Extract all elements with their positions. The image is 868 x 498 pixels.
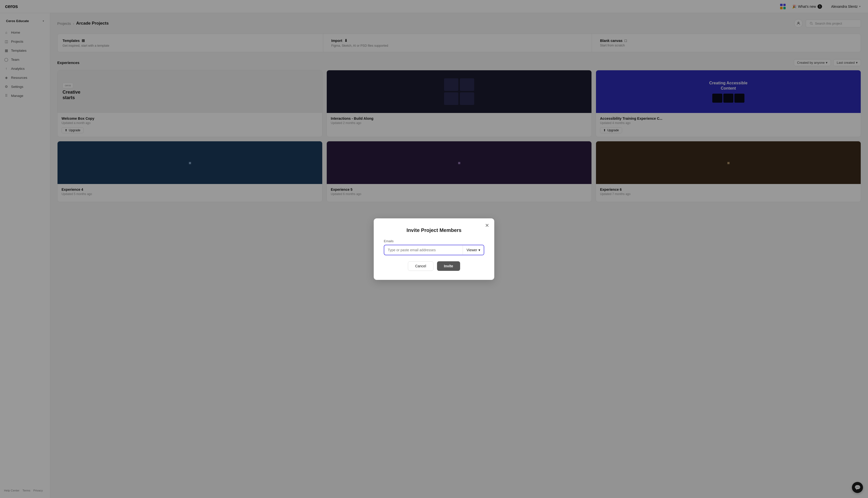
modal-actions: Cancel Invite bbox=[384, 261, 484, 271]
cancel-button[interactable]: Cancel bbox=[408, 261, 433, 271]
invite-button[interactable]: Invite bbox=[437, 261, 461, 271]
role-chevron-icon: ▾ bbox=[478, 248, 480, 252]
role-label: Viewer bbox=[466, 248, 477, 252]
email-label: Emails bbox=[384, 239, 484, 243]
invite-modal: ✕ Invite Project Members Emails Viewer ▾… bbox=[374, 218, 494, 280]
modal-close-button[interactable]: ✕ bbox=[484, 222, 490, 229]
modal-title: Invite Project Members bbox=[384, 227, 484, 233]
role-selector-button[interactable]: Viewer ▾ bbox=[463, 245, 484, 255]
email-input-row: Viewer ▾ bbox=[384, 245, 484, 255]
modal-overlay[interactable]: ✕ Invite Project Members Emails Viewer ▾… bbox=[0, 0, 868, 498]
email-input[interactable] bbox=[384, 245, 463, 255]
